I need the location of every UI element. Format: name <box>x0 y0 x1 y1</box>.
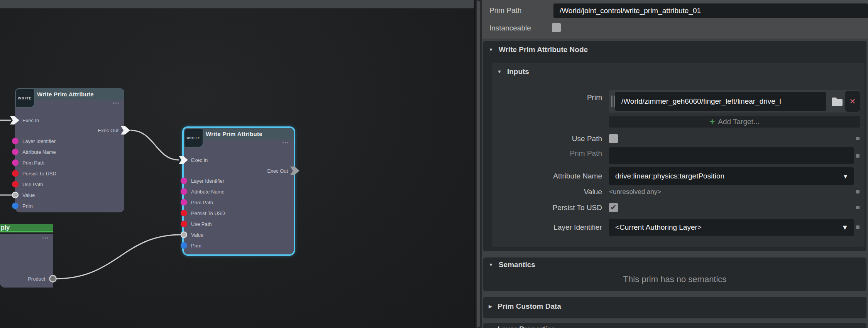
section-header[interactable]: ▶ Layer Properties <box>489 325 555 328</box>
write-badge-label: WRITE <box>186 136 201 140</box>
write-badge-label: WRITE <box>18 96 32 100</box>
persist-to-usd-checkbox[interactable]: ✔ <box>609 203 618 212</box>
attribute-name-label: Attribute Name <box>492 172 602 180</box>
prim-path-input <box>609 147 854 164</box>
port-pin[interactable] <box>181 199 187 206</box>
wire <box>130 130 179 160</box>
port-pin[interactable] <box>12 192 19 198</box>
write-badge: WRITE <box>184 128 203 148</box>
port-prim-path[interactable]: Prim Path <box>12 160 44 166</box>
collapse-arrow-icon[interactable]: ▶ <box>489 326 492 328</box>
section-header[interactable]: ▶ Prim Custom Data <box>489 302 561 311</box>
port-pin[interactable] <box>181 210 187 217</box>
value-label: Value <box>492 188 602 196</box>
port-attribute-name[interactable]: Attribute Name <box>12 149 56 155</box>
node-multiply-partial[interactable]: ply ••• Product <box>0 224 53 288</box>
node-title: Write Prim Attribute <box>37 91 94 98</box>
exec-arrow-icon <box>10 116 20 124</box>
section-header[interactable]: ▼ Semantics <box>489 261 535 269</box>
inputs-header[interactable]: ▼ Inputs <box>497 67 529 76</box>
port-product[interactable]: Product <box>28 275 57 283</box>
port-layer-identifier[interactable]: Layer Identifier <box>181 178 224 184</box>
node-header[interactable]: ply <box>0 224 53 232</box>
port-value[interactable]: Value <box>12 192 35 198</box>
exec-in-label: Exec In <box>191 157 208 163</box>
port-prim[interactable]: Prim <box>181 242 201 249</box>
graph-canvas[interactable]: WRITE Write Prim Attribute ••• Exec In E… <box>0 0 474 328</box>
attribute-name-dropdown[interactable]: drive:linear:physics:targetPosition ▼ <box>609 167 854 185</box>
prim-path-field[interactable]: /World/joint_control/write_prim_attribut… <box>553 3 868 18</box>
port-pin[interactable] <box>12 181 19 188</box>
prim-target-row: /World/zimmer_geh6060/finger_left/linear… <box>609 90 860 113</box>
properties-panel: Prim Path /World/joint_control/write_pri… <box>482 0 868 328</box>
section-title: Layer Properties <box>497 325 555 328</box>
port-use-path[interactable]: Use Path <box>181 221 212 227</box>
default-value-handle[interactable] <box>856 137 860 140</box>
port-pin[interactable] <box>181 188 187 195</box>
port-pin[interactable] <box>12 138 19 145</box>
default-value-handle[interactable] <box>856 206 860 209</box>
layer-identifier-label: Layer Identifier <box>492 223 602 232</box>
collapse-arrow-icon[interactable]: ▶ <box>489 304 492 309</box>
port-persist-to-usd[interactable]: Persist To USD <box>12 170 56 177</box>
section-title: Prim Custom Data <box>497 302 561 311</box>
port-pin[interactable] <box>181 242 187 249</box>
section-title: Semantics <box>499 261 535 269</box>
port-prim-path[interactable]: Prim Path <box>181 199 213 206</box>
port-pin[interactable] <box>12 160 19 166</box>
row-divider <box>624 208 854 208</box>
port-attribute-name[interactable]: Attribute Name <box>181 188 225 195</box>
inputs-title: Inputs <box>507 67 529 76</box>
exec-arrow-icon <box>290 167 300 175</box>
wire <box>56 235 181 279</box>
write-badge: WRITE <box>15 88 35 108</box>
section-write-prim-attribute-node: ▼ Write Prim Attribute Node ▼ Inputs Pri… <box>483 41 866 251</box>
use-path-checkbox[interactable] <box>609 134 618 143</box>
prim-target-field[interactable]: /World/zimmer_geh6060/finger_left/linear… <box>615 92 826 111</box>
default-value-handle[interactable] <box>856 154 860 158</box>
port-use-path[interactable]: Use Path <box>12 181 43 188</box>
collapse-arrow-icon[interactable]: ▼ <box>497 69 502 74</box>
exec-out-pin[interactable]: Exec Out <box>267 167 300 175</box>
port-pin[interactable] <box>12 203 19 209</box>
exec-in-pin[interactable]: Exec In <box>10 116 39 124</box>
instanceable-checkbox[interactable] <box>552 23 561 32</box>
panel-scrollbar[interactable] <box>475 0 482 328</box>
port-layer-identifier[interactable]: Layer Identifier <box>12 138 56 145</box>
port-pin[interactable] <box>12 170 19 177</box>
folder-icon <box>831 96 843 106</box>
default-value-handle[interactable] <box>856 225 860 229</box>
exec-arrow-icon <box>121 126 131 135</box>
exec-in-pin[interactable]: Exec In <box>179 156 208 164</box>
remove-target-button[interactable]: ✕ <box>845 91 860 112</box>
port-pin[interactable] <box>181 232 187 238</box>
node-menu-dots[interactable]: ••• <box>113 101 120 105</box>
chevron-down-icon[interactable]: ▼ <box>841 224 848 232</box>
port-pin[interactable] <box>12 149 19 155</box>
chevron-down-icon[interactable]: ▼ <box>843 173 848 180</box>
node-write-prim-attribute-2-selected[interactable]: WRITE Write Prim Attribute ••• Exec In E… <box>184 128 294 254</box>
node-menu-dots[interactable]: ••• <box>282 140 289 145</box>
persist-to-usd-label: Persist To USD <box>492 204 602 212</box>
value-display: <unresolved any> <box>609 188 661 196</box>
default-value-handle[interactable] <box>856 190 860 193</box>
layer-identifier-dropdown[interactable]: <Current Authoring Layer> ▼ <box>609 219 854 236</box>
port-pin[interactable] <box>49 275 57 283</box>
node-write-prim-attribute-1[interactable]: WRITE Write Prim Attribute ••• Exec In E… <box>15 88 124 212</box>
exec-out-label: Exec Out <box>98 128 118 133</box>
node-title: ply <box>1 224 10 231</box>
prim-label: Prim <box>492 93 602 102</box>
exec-out-pin[interactable]: Exec Out <box>98 126 131 135</box>
port-pin[interactable] <box>181 178 187 184</box>
collapse-arrow-icon[interactable]: ▼ <box>489 262 493 267</box>
port-persist-to-usd[interactable]: Persist To USD <box>181 210 225 217</box>
port-prim[interactable]: Prim <box>12 203 33 209</box>
node-menu-dots[interactable]: ••• <box>42 235 49 240</box>
port-value[interactable]: Value <box>181 232 203 238</box>
collapse-arrow-icon[interactable]: ▼ <box>489 47 493 52</box>
browse-prim-button[interactable] <box>830 94 844 109</box>
port-pin[interactable] <box>181 221 187 227</box>
scrollbar-thumb[interactable] <box>477 1 480 327</box>
add-target-button[interactable]: + Add Target... <box>609 116 860 128</box>
section-header[interactable]: ▼ Write Prim Attribute Node <box>489 45 588 54</box>
